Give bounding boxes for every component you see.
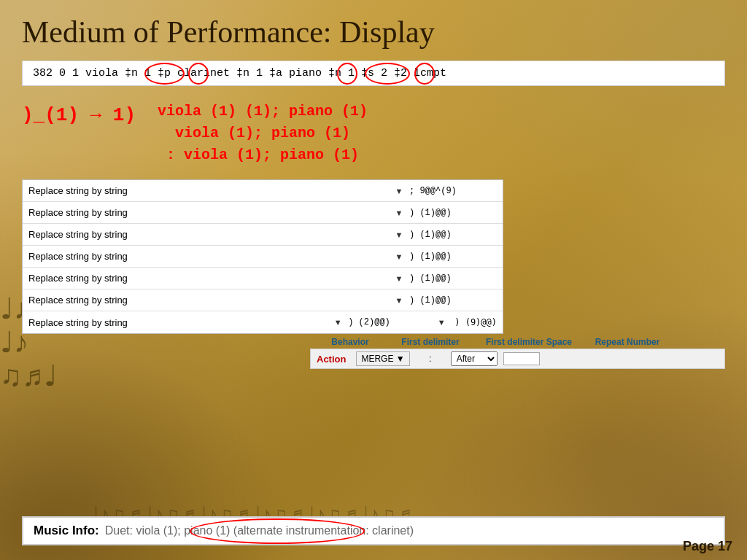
rule-value-2: ) (1)@@) [409,208,497,218]
beh-header-behavior: Behavior [310,337,390,347]
table-row: Replace string by string ▼ ) (1)@@) [23,202,503,224]
behavior-section: Behavior First delimiter First delimiter… [22,337,725,369]
table-row: Replace string by string ▼ ) (1)@@) [23,268,503,289]
first-delimiter-space-select[interactable]: After Before None [451,351,498,366]
annotation-line-3: : viola (1); piano (1) [158,144,368,166]
merge-label: MERGE [361,354,393,364]
rule-dropdown-5[interactable]: ▼ [393,274,405,283]
rule-dropdown-3[interactable]: ▼ [393,230,405,239]
table-row: Replace string by string ▼ ) (1)@@) [23,246,503,268]
rule-label-5: Replace string by string [28,273,393,284]
rule-label-2: Replace string by string [28,207,393,218]
music-info-text: Duet: viola (1); piano (1) (alternate in… [105,524,414,537]
table-row: Replace string by string ▼ ) (1)@@) [23,224,503,246]
rules-table: Replace string by string ▼ ; 9@@^(9) Rep… [22,179,503,334]
table-row: Replace string by string ▼ ) (1)@@) [23,289,503,311]
music-info-bar: Music Info: Duet: viola (1); piano (1) (… [22,516,725,545]
rule-extra-dropdown[interactable]: ▼ [436,318,447,327]
music-info-label: Music Info: [34,524,99,538]
rule-value-7: ) (2)@@) [348,317,436,327]
table-row-last: Replace string by string ▼ ) (2)@@) ▼ ) … [23,311,503,333]
behavior-action-row: Action MERGE ▼ : After Before None [310,349,725,369]
rule-dropdown-2[interactable]: ▼ [393,209,405,217]
first-delimiter-value: : [416,354,445,364]
annotations-area: )_(1) → 1) viola (1) (1); piano (1) viol… [22,101,725,166]
repeat-number-input[interactable] [503,352,540,365]
rule-value-1: ; 9@@^(9) [409,186,497,196]
right-annotations: viola (1) (1); piano (1) viola (1); pian… [158,101,368,166]
beh-header-first-delim-space: First delimiter Space [471,337,587,347]
main-content: Medium of Performance: Display 382 0 1 v… [0,0,747,384]
beh-header-repeat: Repeat Number [587,337,667,347]
beh-header-first-delim: First delimiter [390,337,471,347]
action-label: Action [317,354,346,365]
rule-value-3: ) (1)@@) [409,230,497,240]
record-text: 382 0 1 viola ‡n 1 ‡p clarinet ‡n 1 ‡a p… [33,67,446,79]
behavior-headers: Behavior First delimiter First delimiter… [310,337,725,347]
rule-label-6: Replace string by string [28,295,393,306]
left-annotation: )_(1) → 1) [22,101,136,126]
table-row: Replace string by string ▼ ; 9@@^(9) [23,180,503,202]
annotation-line-2: viola (1); piano (1) [158,122,368,144]
rule-label-4: Replace string by string [28,251,393,262]
page-title: Medium of Performance: Display [22,15,725,50]
page-number: Page 17 [683,539,732,554]
merge-button[interactable]: MERGE ▼ [356,351,409,366]
record-box: 382 0 1 viola ‡n 1 ‡p clarinet ‡n 1 ‡a p… [22,61,725,86]
rule-dropdown-7[interactable]: ▼ [332,318,344,327]
rule-label-3: Replace string by string [28,229,393,240]
rule-dropdown-4[interactable]: ▼ [393,252,405,261]
rule-label-7: Replace string by string [28,317,332,328]
rule-extra-value: ) (9)@@) [454,317,497,327]
rule-dropdown-6[interactable]: ▼ [393,296,405,305]
rule-dropdown-1[interactable]: ▼ [393,187,405,195]
annotation-line-1: viola (1) (1); piano (1) [158,101,368,122]
rule-value-4: ) (1)@@) [409,252,497,262]
rule-value-5: ) (1)@@) [409,273,497,284]
record-container: 382 0 1 viola ‡n 1 ‡p clarinet ‡n 1 ‡a p… [22,61,725,86]
rule-value-6: ) (1)@@) [409,295,497,306]
rule-label-1: Replace string by string [28,185,393,196]
